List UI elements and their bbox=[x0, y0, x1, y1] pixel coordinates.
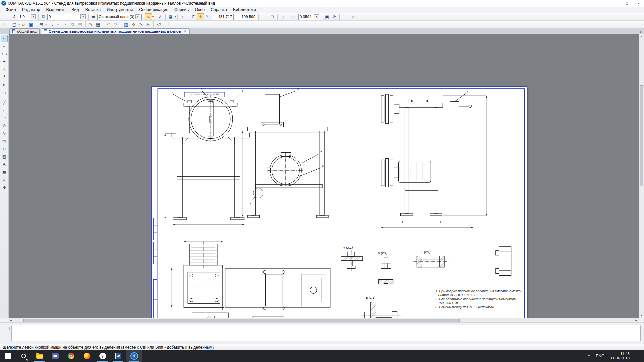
library-manager-button[interactable]: ❖ bbox=[130, 21, 137, 28]
polygon-tool[interactable]: ◇ bbox=[1, 145, 8, 152]
tab-stand-drawing[interactable]: Стенд для выпресовки игольчатых подшипни… bbox=[41, 28, 190, 34]
functions-button[interactable]: f(x) bbox=[137, 21, 145, 28]
print-dropdown[interactable]: ▾ bbox=[45, 23, 47, 26]
segment-tool[interactable]: ╱ bbox=[1, 99, 8, 106]
taskbar-discord-button[interactable] bbox=[47, 350, 63, 362]
property-panel-grip[interactable]: ⋮⋮ bbox=[8, 328, 10, 339]
pointer-tool[interactable]: ↖ bbox=[1, 35, 8, 42]
vertical-scroll-thumb[interactable] bbox=[640, 85, 643, 186]
text-tool[interactable]: A bbox=[1, 161, 8, 168]
current-view-combo[interactable]: 0▾ bbox=[47, 14, 87, 20]
action-center-button[interactable] bbox=[633, 350, 644, 362]
maximize-button[interactable]: □ bbox=[621, 0, 633, 7]
fit-all-icon[interactable]: ▣ bbox=[323, 13, 331, 20]
print-button[interactable]: ⊟ bbox=[38, 21, 45, 28]
zoom-in-icon[interactable]: ⊕ bbox=[289, 13, 297, 20]
dimensions-tool[interactable]: ⟷ bbox=[1, 50, 8, 57]
drawing-sheet[interactable]: ДР 23.02.03.АМ-7-14.062.ГЧ bbox=[151, 86, 527, 350]
menu-view[interactable]: Вид bbox=[68, 7, 82, 12]
fragment-tool[interactable]: # bbox=[1, 176, 8, 183]
grid-dropdown[interactable]: ▾ bbox=[175, 15, 176, 18]
line-style-button[interactable]: ∿ bbox=[145, 13, 152, 20]
geometry-tool[interactable]: ⌖ bbox=[1, 43, 8, 50]
vertical-scrollbar[interactable]: ▲ ▼ bbox=[639, 34, 644, 318]
designations-tool[interactable]: ✦ bbox=[1, 58, 8, 65]
zoom-document-icon[interactable]: ⊡ bbox=[269, 13, 276, 20]
ortho-icon[interactable]: ↑ bbox=[179, 13, 186, 20]
taskbar-chrome-button[interactable] bbox=[63, 350, 79, 362]
menu-specification[interactable]: Спецификация bbox=[136, 7, 171, 12]
copy-properties-button[interactable]: ✎ bbox=[87, 21, 94, 28]
menu-window[interactable]: Окно bbox=[192, 7, 208, 12]
grid-icon[interactable]: ▦ bbox=[167, 13, 174, 20]
line-style-dropdown[interactable]: ▾ bbox=[152, 15, 154, 18]
menu-tools[interactable]: Инструменты bbox=[104, 7, 136, 12]
snap-icon[interactable]: ✛ bbox=[197, 13, 204, 20]
scroll-right-icon[interactable]: ▶ bbox=[634, 318, 639, 323]
menu-help[interactable]: Справка bbox=[208, 7, 230, 12]
context-help-button[interactable]: ↖? bbox=[155, 21, 162, 28]
variables-button[interactable]: ▥ bbox=[122, 21, 130, 28]
menu-select[interactable]: Выделить bbox=[43, 7, 69, 12]
specification-button[interactable]: ▦ bbox=[94, 21, 102, 28]
editing-tool[interactable]: △ bbox=[1, 66, 8, 73]
taskbar-clock[interactable]: 11:48 11.06.2018 bbox=[607, 350, 633, 362]
center-view[interactable] bbox=[248, 91, 328, 218]
tray-chevron-icon[interactable]: ^ bbox=[585, 350, 593, 362]
parametrization-tool[interactable]: ƒ bbox=[1, 73, 8, 80]
point-tool[interactable]: ✚ bbox=[1, 184, 8, 191]
angle-icon[interactable]: ∠ bbox=[157, 13, 164, 20]
spline-tool[interactable]: ∿ bbox=[1, 130, 8, 137]
selection-tool[interactable]: ◻ bbox=[1, 89, 8, 96]
start-button[interactable] bbox=[0, 350, 16, 362]
drawing-canvas[interactable]: ДР 23.02.03.АМ-7-14.062.ГЧ bbox=[9, 34, 639, 318]
hatch-tool[interactable]: ▨ bbox=[1, 153, 8, 160]
table-tool[interactable]: ▦ bbox=[1, 168, 8, 175]
menu-editor[interactable]: Редактор bbox=[19, 7, 43, 12]
refresh-view-icon[interactable]: ⟳ bbox=[331, 13, 338, 20]
taskbar-yandex-button[interactable]: Y bbox=[95, 350, 110, 362]
horizontal-scrollbar[interactable]: ◀ ▶ bbox=[9, 318, 639, 322]
close-button[interactable]: × bbox=[633, 0, 644, 7]
taskbar-word-button[interactable]: W bbox=[110, 350, 126, 362]
detail-sections[interactable] bbox=[341, 247, 511, 328]
menu-file[interactable]: Файл bbox=[3, 7, 19, 12]
zoom-area-icon[interactable]: ◌ bbox=[279, 13, 286, 20]
rectangle-tool[interactable]: ▭ bbox=[1, 137, 8, 144]
menu-service[interactable]: Сервис bbox=[171, 7, 192, 12]
x-coordinate-field[interactable]: 481.717 bbox=[212, 14, 234, 20]
side-view[interactable] bbox=[381, 94, 472, 216]
tab-close-icon[interactable]: ✕ bbox=[184, 29, 186, 33]
minimize-button[interactable]: – bbox=[610, 0, 621, 7]
local-cs-icon[interactable]: Г bbox=[190, 13, 197, 20]
units-button[interactable]: ½ bbox=[145, 21, 152, 28]
taskbar-kompas-button[interactable]: K bbox=[126, 350, 142, 362]
language-indicator[interactable]: ENG bbox=[593, 350, 607, 362]
new-document-button[interactable]: ▢ bbox=[11, 21, 18, 28]
scroll-down-icon[interactable]: ▼ bbox=[639, 313, 644, 318]
scroll-up-icon[interactable]: ▲ bbox=[639, 34, 644, 39]
circle-tool[interactable]: ○ bbox=[1, 107, 8, 114]
taskbar-firefox-button[interactable] bbox=[79, 350, 95, 362]
tab-general-view[interactable]: общий вид bbox=[9, 28, 40, 34]
tab-scroll-button[interactable]: ▼ bbox=[639, 31, 642, 34]
cursor-step-combo[interactable]: 1.0▾ bbox=[18, 14, 37, 20]
print-preview-dropdown[interactable]: ▾ bbox=[57, 23, 59, 26]
arc-tool[interactable]: ◠ bbox=[1, 114, 8, 121]
menu-insert[interactable]: Вставка bbox=[82, 7, 104, 12]
ellipse-tool[interactable]: ⊙ bbox=[1, 122, 8, 129]
layer-combo[interactable]: Системный слой (0)▾ bbox=[97, 14, 142, 20]
taskbar-explorer-button[interactable] bbox=[32, 350, 47, 362]
scroll-left-icon[interactable]: ◀ bbox=[9, 318, 13, 323]
taskbar-search-button[interactable] bbox=[16, 350, 32, 362]
open-document-button[interactable]: ▱ bbox=[20, 21, 27, 28]
save-button[interactable]: ▣ bbox=[27, 21, 35, 28]
menu-libraries[interactable]: Библиотеки bbox=[230, 7, 259, 12]
measure-tool[interactable]: ⌀ bbox=[1, 81, 8, 88]
horizontal-scroll-thumb[interactable] bbox=[23, 319, 460, 322]
layers-icon[interactable]: ≣ bbox=[90, 13, 97, 20]
property-panel[interactable] bbox=[11, 325, 641, 341]
print-preview-button[interactable]: ⌕ bbox=[50, 21, 57, 28]
zoom-combo[interactable]: 0.3594▾ bbox=[298, 14, 320, 20]
y-coordinate-field[interactable]: 199.599 bbox=[235, 14, 257, 20]
